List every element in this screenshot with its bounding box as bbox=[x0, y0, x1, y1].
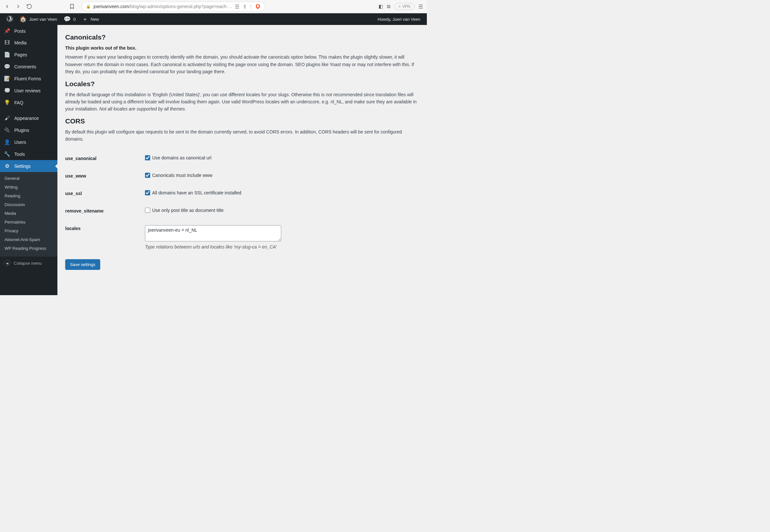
use-ssl-checkbox[interactable] bbox=[145, 190, 150, 195]
nav-back-button[interactable] bbox=[4, 3, 10, 10]
wordpress-icon bbox=[6, 16, 13, 23]
menu-icon: 🔧 bbox=[4, 151, 10, 157]
locales-label: locales bbox=[65, 225, 145, 249]
menu-label: Plugins bbox=[14, 128, 29, 133]
remove-sitename-text: Use only post title as document title bbox=[152, 208, 224, 213]
canonicals-desc: However if you want your landing pages t… bbox=[65, 53, 419, 75]
menu-label: Settings bbox=[14, 164, 31, 169]
comment-icon: 💬 bbox=[64, 16, 71, 23]
menu-icon: 💭 bbox=[4, 87, 10, 94]
address-bar[interactable]: 🔒 joerivanveen.com/blog/wp-admin/options… bbox=[82, 2, 265, 11]
menu-icon: 📌 bbox=[4, 28, 10, 34]
sidebar-item-users[interactable]: 👤Users bbox=[0, 136, 57, 148]
settings-submenu: GeneralWritingReadingDiscussionMediaPerm… bbox=[0, 172, 57, 257]
use-www-label: use_www bbox=[65, 173, 145, 179]
submenu-item-general[interactable]: General bbox=[0, 174, 57, 183]
menu-label: Tools bbox=[14, 152, 25, 157]
sidebar-item-comments[interactable]: 💬Comments bbox=[0, 61, 57, 73]
admin-sidebar: 📌Posts🎞Media📄Pages💬Comments📝Fluent Forms… bbox=[0, 25, 57, 295]
comments-link[interactable]: 💬0 bbox=[60, 13, 79, 25]
share-icon[interactable]: ⇪ bbox=[243, 4, 247, 10]
use-canonical-label: use_canonical bbox=[65, 155, 145, 161]
menu-label: Media bbox=[14, 40, 27, 45]
menu-icon: 👤 bbox=[4, 139, 10, 145]
submenu-item-writing[interactable]: Writing bbox=[0, 183, 57, 191]
cors-heading: CORS bbox=[65, 117, 419, 125]
remove-sitename-checkbox[interactable] bbox=[145, 208, 150, 213]
submenu-item-wp-reading-progress[interactable]: WP Reading Progress bbox=[0, 244, 57, 253]
menu-label: Fluent Forms bbox=[14, 76, 41, 81]
sidebar-item-pages[interactable]: 📄Pages bbox=[0, 49, 57, 61]
sidebar-item-faq[interactable]: 💡FAQ bbox=[0, 97, 57, 109]
use-ssl-text: All domains have an SSL certificate inst… bbox=[152, 190, 241, 195]
plus-icon: ＋ bbox=[82, 15, 88, 23]
use-www-checkbox[interactable] bbox=[145, 173, 150, 178]
use-ssl-label: use_ssl bbox=[65, 190, 145, 196]
menu-icon: 💡 bbox=[4, 99, 10, 106]
menu-label: User reviews bbox=[14, 88, 41, 93]
submenu-item-akismet-anti-spam[interactable]: Akismet Anti-Spam bbox=[0, 235, 57, 244]
use-www-text: Canonicals must include www bbox=[152, 173, 213, 178]
locales-textarea[interactable] bbox=[145, 225, 281, 241]
sidebar-item-fluent-forms[interactable]: 📝Fluent Forms bbox=[0, 73, 57, 85]
divider: | bbox=[250, 4, 251, 9]
menu-icon: ⚙ bbox=[4, 163, 10, 169]
bookmark-icon[interactable] bbox=[69, 3, 75, 10]
menu-label: Users bbox=[14, 140, 26, 145]
settings-content: Canonicals? This plugin works out of the… bbox=[57, 25, 427, 295]
wp-admin-bar: 🏠Joeri van Veen 💬0 ＋New Howdy, Joeri van… bbox=[0, 13, 427, 25]
sidebar-item-media[interactable]: 🎞Media bbox=[0, 37, 57, 49]
locales-hint: Type relations between urls and locales … bbox=[145, 244, 419, 249]
collapse-arrow-icon: ◀ bbox=[4, 260, 10, 266]
menu-icon: 📄 bbox=[4, 52, 10, 58]
menu-label: Pages bbox=[14, 52, 27, 57]
vpn-button[interactable]: VPN bbox=[394, 3, 414, 10]
collapse-menu-button[interactable]: ◀ Collapse menu bbox=[0, 257, 57, 270]
panel-toggle-icon[interactable]: ◧ bbox=[379, 4, 383, 9]
menu-icon: 🔌 bbox=[4, 127, 10, 133]
reader-mode-icon[interactable]: ☰ bbox=[235, 4, 239, 10]
submenu-item-privacy[interactable]: Privacy bbox=[0, 226, 57, 235]
submenu-item-discussion[interactable]: Discussion bbox=[0, 200, 57, 209]
sidebar-item-appearance[interactable]: 🖌Appearance bbox=[0, 112, 57, 124]
sidebar-item-plugins[interactable]: 🔌Plugins bbox=[0, 124, 57, 136]
menu-icon: 📝 bbox=[4, 75, 10, 82]
menu-icon: 🎞 bbox=[4, 40, 10, 46]
lock-icon: 🔒 bbox=[86, 4, 91, 9]
sidebar-item-settings[interactable]: ⚙Settings bbox=[0, 160, 57, 172]
menu-label: FAQ bbox=[14, 100, 23, 105]
brave-shield-icon[interactable] bbox=[255, 4, 261, 9]
locales-heading: Locales? bbox=[65, 80, 419, 88]
site-name-link[interactable]: 🏠Joeri van Veen bbox=[16, 13, 60, 25]
submenu-item-media[interactable]: Media bbox=[0, 209, 57, 218]
canonicals-heading: Canonicals? bbox=[65, 33, 419, 41]
menu-icon: 🖌 bbox=[4, 115, 10, 121]
submenu-item-permalinks[interactable]: Permalinks bbox=[0, 218, 57, 226]
sidebar-item-user-reviews[interactable]: 💭User reviews bbox=[0, 85, 57, 97]
menu-icon: 💬 bbox=[4, 64, 10, 70]
canonicals-intro: This plugin works out of the box. bbox=[65, 44, 419, 52]
home-icon: 🏠 bbox=[19, 16, 27, 23]
menu-label: Comments bbox=[14, 64, 36, 69]
nav-forward-button[interactable] bbox=[15, 3, 21, 10]
nav-reload-button[interactable] bbox=[26, 3, 32, 10]
menu-label: Posts bbox=[14, 29, 26, 34]
use-canonical-checkbox[interactable] bbox=[145, 155, 150, 160]
new-content-link[interactable]: ＋New bbox=[79, 13, 102, 25]
submenu-item-reading[interactable]: Reading bbox=[0, 191, 57, 200]
wp-logo-menu[interactable] bbox=[3, 13, 16, 25]
howdy-account[interactable]: Howdy, Joeri van Veen bbox=[374, 13, 424, 25]
url-text: joerivanveen.com/blog/wp-admin/options-g… bbox=[93, 4, 232, 9]
use-canonical-text: Use domains as canonical url bbox=[152, 155, 212, 160]
sidebar-item-posts[interactable]: 📌Posts bbox=[0, 25, 57, 37]
hamburger-menu-icon[interactable]: ☰ bbox=[418, 4, 423, 10]
menu-label: Appearance bbox=[14, 116, 39, 121]
locales-desc: If the default language of this installa… bbox=[65, 91, 419, 113]
pip-icon[interactable]: ⧉ bbox=[387, 4, 391, 9]
remove-sitename-label: remove_sitename bbox=[65, 208, 145, 214]
sidebar-item-tools[interactable]: 🔧Tools bbox=[0, 148, 57, 160]
save-settings-button[interactable]: Save settings bbox=[65, 259, 100, 270]
cors-desc: By default this plugin will configure aj… bbox=[65, 128, 419, 143]
browser-toolbar: 🔒 joerivanveen.com/blog/wp-admin/options… bbox=[0, 0, 427, 13]
